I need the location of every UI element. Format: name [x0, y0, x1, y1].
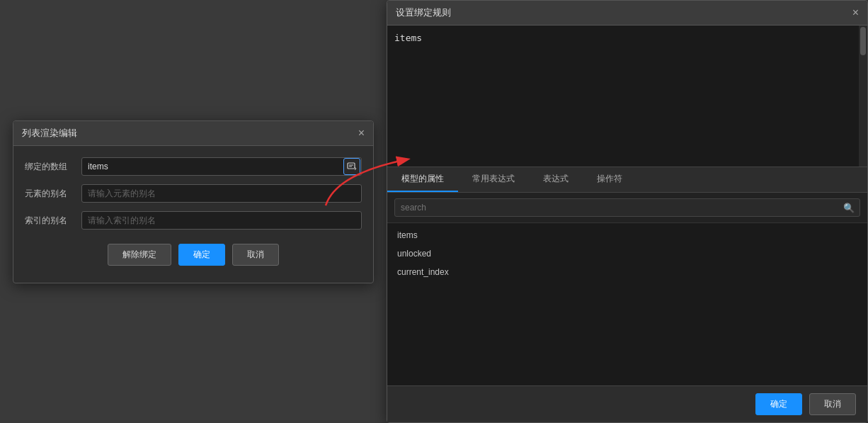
unbind-button[interactable]: 解除绑定 [108, 244, 171, 266]
index-alias-row: 索引的别名 [25, 211, 362, 230]
right-dialog-title: 设置绑定规则 [396, 6, 451, 19]
element-alias-input[interactable] [81, 184, 362, 203]
tab-operators[interactable]: 操作符 [583, 167, 636, 192]
search-icon: 🔍 [843, 203, 855, 213]
bind-array-input-wrap [81, 157, 362, 176]
property-list[interactable]: items unlocked current_index [387, 223, 867, 385]
editor-scrollbar[interactable] [859, 26, 867, 167]
bind-array-row: 绑定的数组 [25, 157, 362, 176]
left-dialog-close-button[interactable]: × [358, 128, 365, 139]
tab-expressions[interactable]: 表达式 [529, 167, 583, 192]
left-dialog-titlebar: 列表渲染编辑 × [13, 121, 373, 146]
index-alias-label: 索引的别名 [25, 215, 81, 227]
element-alias-label: 元素的别名 [25, 188, 81, 200]
panel-body: 🔍 items unlocked current_index [387, 193, 867, 385]
tab-common-expressions[interactable]: 常用表达式 [458, 167, 529, 192]
index-alias-input-wrap [81, 211, 362, 230]
editor-area: items [387, 26, 867, 167]
tabs-bar: 模型的属性 常用表达式 表达式 操作符 [387, 167, 867, 193]
list-item[interactable]: unlocked [387, 244, 867, 263]
index-alias-input[interactable] [81, 211, 362, 230]
left-dialog: 列表渲染编辑 × 绑定的数组 元素的别名 [13, 120, 374, 283]
tab-model-properties[interactable]: 模型的属性 [387, 167, 458, 192]
svg-rect-0 [348, 163, 355, 169]
right-dialog-footer: 确定 取消 [387, 385, 867, 422]
list-item[interactable]: items [387, 226, 867, 244]
editor-scrollbar-thumb [860, 27, 866, 55]
binding-rule-editor[interactable]: items [387, 26, 867, 167]
bind-array-icon-button[interactable] [343, 158, 360, 175]
right-cancel-button[interactable]: 取消 [809, 393, 856, 415]
list-item[interactable]: current_index [387, 263, 867, 281]
left-dialog-content: 绑定的数组 元素的别名 索引的别名 [13, 146, 373, 283]
bind-array-label: 绑定的数组 [25, 161, 81, 173]
element-alias-row: 元素的别名 [25, 184, 362, 203]
bind-array-input[interactable] [81, 157, 362, 176]
left-confirm-button[interactable]: 确定 [178, 244, 225, 266]
search-input[interactable] [394, 198, 860, 217]
left-cancel-button[interactable]: 取消 [232, 244, 279, 266]
search-row: 🔍 [387, 193, 867, 223]
right-confirm-button[interactable]: 确定 [755, 393, 802, 415]
element-alias-input-wrap [81, 184, 362, 203]
left-dialog-footer: 解除绑定 确定 取消 [25, 238, 362, 269]
right-dialog-close-button[interactable]: × [852, 6, 859, 19]
left-dialog-title: 列表渲染编辑 [22, 127, 77, 140]
right-dialog: 设置绑定规则 × items 模型的属性 常用表达式 表达式 操作符 🔍 [387, 0, 868, 423]
right-dialog-titlebar: 设置绑定规则 × [387, 1, 867, 26]
